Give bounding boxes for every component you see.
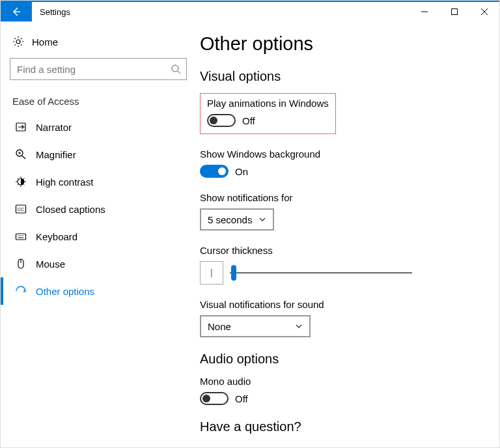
home-label: Home [32,36,58,48]
sidebar-item-mouse[interactable]: Mouse [1,250,196,277]
play-animations-toggle[interactable] [207,114,236,127]
sidebar-item-label: Keyboard [36,231,77,242]
have-question-heading: Have a question? [200,419,486,434]
page-heading: Other options [200,33,486,55]
sidebar-item-high-contrast[interactable]: High contrast [1,168,196,195]
sidebar-item-keyboard[interactable]: Keyboard [1,223,196,250]
search-box[interactable] [10,58,187,80]
category-header: Ease of Access [1,96,196,113]
show-background-toggle[interactable] [200,165,229,178]
highlight-play-animations: Play animations in Windows Off [200,93,336,134]
sidebar-item-label: Narrator [36,122,72,133]
gear-icon [12,36,24,48]
svg-point-1 [16,40,20,44]
svg-rect-8 [16,234,26,240]
play-animations-state: Off [242,115,255,126]
svg-text:CC: CC [18,207,24,212]
magnifier-icon [15,148,27,160]
search-icon [171,64,181,74]
other-icon [15,285,27,297]
sidebar-item-label: Magnifier [36,149,76,160]
sidebar-item-closed-captions[interactable]: CCClosed captions [1,195,196,223]
narrator-icon [15,121,27,133]
show-notifications-select[interactable]: 5 seconds [200,208,274,231]
mono-audio-toggle[interactable] [200,392,229,405]
audio-options-heading: Audio options [200,352,486,367]
visual-notifications-label: Visual notifications for sound [200,299,486,310]
contrast-icon [15,176,27,188]
sidebar-item-narrator[interactable]: Narrator [1,113,196,141]
sidebar-item-label: Closed captions [36,204,105,215]
chevron-down-icon [295,322,303,330]
minimize-button[interactable] [410,2,439,21]
show-background-label: Show Windows background [200,148,486,160]
show-background-state: On [235,166,248,177]
home-link[interactable]: Home [1,31,196,58]
sidebar-item-label: High contrast [36,176,93,188]
sidebar-item-label: Mouse [36,259,65,270]
nav-list: NarratorMagnifierHigh contrastCCClosed c… [1,113,196,305]
visual-notifications-select[interactable]: None [200,315,311,337]
close-button[interactable] [469,2,499,21]
sidebar-item-magnifier[interactable]: Magnifier [1,141,196,168]
mono-audio-label: Mono audio [200,376,486,387]
chevron-down-icon [258,216,266,223]
sidebar-item-other-options[interactable]: Other options [1,277,196,305]
mono-audio-state: Off [235,393,248,404]
window-title: Settings [40,7,410,17]
sidebar-item-label: Other options [36,286,94,297]
main-content: Other options Visual options Play animat… [196,21,499,447]
cc-icon: CC [15,203,27,215]
keyboard-icon [15,231,27,242]
play-animations-label: Play animations in Windows [207,98,329,109]
search-input[interactable] [16,63,171,76]
visual-options-heading: Visual options [200,69,486,84]
cursor-thickness-slider[interactable] [230,266,412,280]
sidebar: Home Ease of Access NarratorMagnifierHig… [1,21,196,447]
svg-rect-0 [452,9,458,15]
cursor-preview: | [200,261,223,285]
show-notifications-value: 5 seconds [208,214,252,225]
mouse-icon [15,258,27,270]
svg-point-2 [172,65,178,72]
back-button[interactable] [1,2,32,21]
titlebar: Settings [1,1,499,21]
maximize-button[interactable] [439,2,469,21]
visual-notifications-value: None [208,321,231,332]
show-notifications-label: Show notifications for [200,192,486,203]
cursor-thickness-label: Cursor thickness [200,245,486,256]
